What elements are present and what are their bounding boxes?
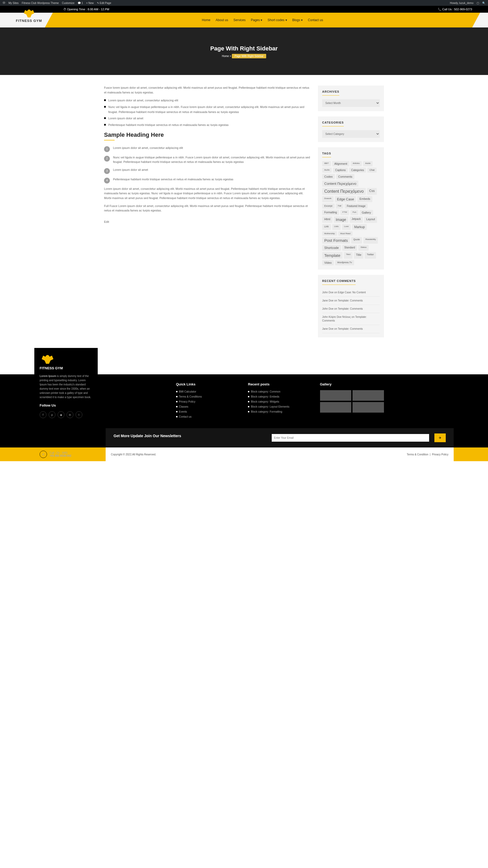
tag-link[interactable]: Must Read xyxy=(338,231,353,236)
linkedin-icon[interactable]: in xyxy=(66,411,73,418)
tag-link[interactable]: Wordpress.Tv xyxy=(335,260,354,265)
tag-link[interactable]: Standard xyxy=(342,245,357,251)
gallery-thumb[interactable] xyxy=(353,402,384,413)
tag-link[interactable]: Quote xyxy=(351,237,362,244)
newsletter-input[interactable] xyxy=(272,434,429,442)
nav-blogs[interactable]: Blogs ▾ xyxy=(292,18,303,22)
tag-link[interactable]: Template xyxy=(322,252,342,259)
tag-link[interactable]: Tiled xyxy=(344,252,353,259)
admin-theme[interactable]: Fitness Club Wordpress Theme xyxy=(22,2,59,4)
tag-link[interactable]: Title xyxy=(354,252,363,259)
tag-link[interactable]: Comments xyxy=(336,174,355,179)
tag-link[interactable]: Lists xyxy=(332,224,341,230)
tag-link[interactable]: Html xyxy=(322,216,332,223)
tag-link[interactable]: Link xyxy=(322,224,331,230)
gallery-thumb[interactable] xyxy=(320,390,352,401)
call-us[interactable]: 📞 Call Us : 502-969-0273 xyxy=(438,8,472,11)
pinterest-icon[interactable]: p xyxy=(49,411,56,418)
tag-link[interactable]: Content Περιεχόμενο xyxy=(322,188,366,195)
wp-logo-icon[interactable]: ⓦ xyxy=(3,1,5,5)
admin-mysites[interactable]: My Sites xyxy=(8,2,19,4)
comment-item[interactable]: John Doe on Edge Case: No Content xyxy=(322,288,380,297)
tag-link[interactable]: Captions xyxy=(333,167,347,173)
tag-link[interactable]: Dowork xyxy=(322,196,334,202)
header: FITNESS GYM Home About us Services Pages… xyxy=(0,13,488,27)
breadcrumb-home[interactable]: Home xyxy=(222,55,229,58)
tag-link[interactable]: Layout xyxy=(364,216,377,223)
tag-link[interactable]: Audio xyxy=(322,167,332,173)
tag-link[interactable]: Formatting xyxy=(322,210,339,215)
tag-link[interactable]: Css xyxy=(367,188,377,195)
tag-link[interactable]: Post Formats xyxy=(322,237,350,244)
footer-link[interactable]: Contact us xyxy=(176,415,240,418)
footer-link[interactable]: Block category: Layout Elements xyxy=(248,405,312,408)
tag-link[interactable]: Embeds xyxy=(357,196,372,202)
tag-link[interactable]: Content Περιεχόμενο xyxy=(322,181,358,187)
copyright-bar: Copyright © 2022.All Rights Reserved. Te… xyxy=(105,447,454,461)
comment-item[interactable]: Jane Doe on Template: Comments xyxy=(322,297,380,305)
admin-comments[interactable]: 💬 1 xyxy=(78,2,83,4)
tag-link[interactable]: Aside xyxy=(363,161,373,166)
comment-item[interactable]: John Doe on Template: Comments xyxy=(322,305,380,313)
tag-link[interactable]: Gallery xyxy=(360,210,373,215)
archives-select[interactable]: Select Month xyxy=(322,99,380,107)
nav-pages[interactable]: Pages ▾ xyxy=(251,18,262,22)
nav-about[interactable]: About us xyxy=(216,18,228,22)
footer-link[interactable]: BMI Calculator xyxy=(176,390,240,393)
privacy-link[interactable]: Privacy Policy xyxy=(432,453,448,456)
tag-link[interactable]: Video xyxy=(322,260,334,265)
tag-link[interactable]: Articles xyxy=(351,161,362,166)
tag-link[interactable]: 8BIT xyxy=(322,161,331,166)
footer-link[interactable]: Privacy Policy xyxy=(176,400,240,403)
call-number[interactable]: +91 800-6539-002 xyxy=(50,454,71,457)
comment-item[interactable]: Jane Doe on Template: Comments xyxy=(322,325,380,333)
site-logo[interactable]: FITNESS GYM xyxy=(16,8,42,23)
admin-howdy[interactable]: Howdy, luzuk_demo xyxy=(450,2,474,4)
tag-link[interactable]: Image xyxy=(334,216,348,223)
comment-item[interactable]: John Κόψτε Doe Ντόους on Template: Comme… xyxy=(322,313,380,325)
edit-link[interactable]: Edit xyxy=(104,220,109,223)
twitter-icon[interactable]: t xyxy=(75,411,82,418)
newsletter-submit[interactable]: ✈ xyxy=(434,433,446,442)
tag-link[interactable]: Codex xyxy=(322,174,335,179)
gallery-thumb[interactable] xyxy=(353,390,384,401)
tag-link[interactable]: Chat xyxy=(367,167,376,173)
tag-link[interactable]: Fun xyxy=(350,210,358,215)
nav-services[interactable]: Services xyxy=(234,18,246,22)
footer-link[interactable]: Terms & Conditions xyxy=(176,395,240,398)
tag-link[interactable]: Love xyxy=(342,224,351,230)
nav-contact[interactable]: Contact us xyxy=(308,18,323,22)
tag-link[interactable]: Twitter xyxy=(365,252,376,259)
tag-link[interactable]: Status xyxy=(358,245,369,251)
admin-avatar-icon[interactable]: ▢ xyxy=(477,2,479,4)
categories-select[interactable]: Select Category xyxy=(322,130,380,138)
tag-link[interactable]: Shortcode xyxy=(322,245,341,251)
tag-link[interactable]: Fail xyxy=(336,204,343,209)
admin-new[interactable]: + New xyxy=(86,2,94,4)
admin-search-icon[interactable]: 🔍 xyxy=(482,2,485,4)
tag-link[interactable]: Markup xyxy=(352,224,367,230)
tag-link[interactable]: Categories xyxy=(349,167,366,173)
footer-link[interactable]: Block category: Embeds xyxy=(248,395,312,398)
tag-link[interactable]: Mothership xyxy=(322,231,337,236)
footer-link[interactable]: Block category: Common xyxy=(248,390,312,393)
tag-link[interactable]: Alignment xyxy=(332,161,349,166)
tag-link[interactable]: Featured Image xyxy=(345,204,368,209)
tag-link[interactable]: Excerpt xyxy=(322,204,335,209)
footer-link[interactable]: Classes xyxy=(176,405,240,408)
instagram-icon[interactable]: ◉ xyxy=(58,411,64,418)
footer-link[interactable]: Block category: Formatting xyxy=(248,410,312,413)
nav-home[interactable]: Home xyxy=(202,18,210,22)
admin-customize[interactable]: Customize xyxy=(62,2,74,4)
tag-link[interactable]: Readability xyxy=(363,237,378,244)
footer-link[interactable]: Events xyxy=(176,410,240,413)
admin-edit[interactable]: ✎ Edit Page xyxy=(97,2,111,4)
footer-link[interactable]: Block category: Widgets xyxy=(248,400,312,403)
tag-link[interactable]: Jetpack xyxy=(349,216,363,223)
nav-shortcodes[interactable]: Short codes ▾ xyxy=(268,18,287,22)
tag-link[interactable]: FTW xyxy=(340,210,349,215)
terms-link[interactable]: Terms & Condition xyxy=(407,453,428,456)
tag-link[interactable]: Edge Case xyxy=(335,196,356,202)
gallery-thumb[interactable] xyxy=(320,402,352,413)
facebook-icon[interactable]: f xyxy=(40,411,47,418)
